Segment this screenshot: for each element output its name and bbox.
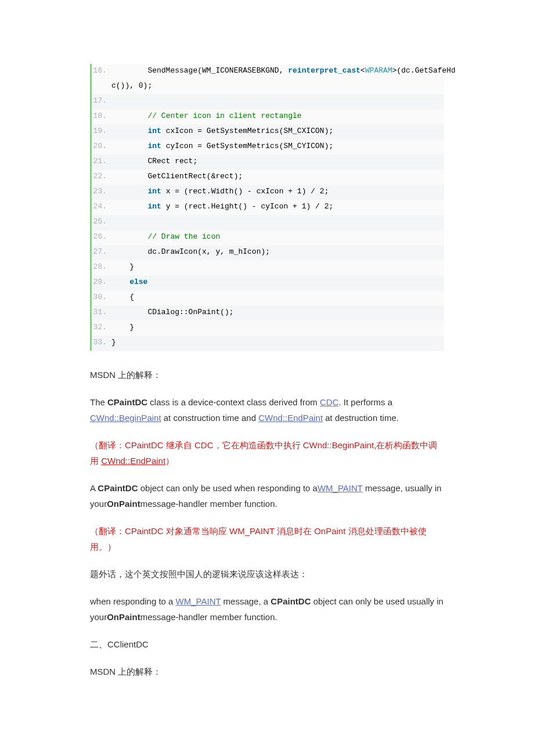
line-number: 22.: [92, 171, 111, 182]
link-wmpaint[interactable]: WM_PAINT: [317, 483, 363, 493]
text: message-handler member function.: [140, 612, 277, 622]
code-line: 31. CDialog::OnPaint();: [90, 305, 444, 321]
line-number: 19.: [92, 126, 111, 136]
code-content: int y = (rect.Height() - cyIcon + 1) / 2…: [111, 201, 444, 212]
line-number: 24.: [92, 201, 111, 212]
translation-1: （翻译：CPaintDC 继承自 CDC，它在构造函数中执行 CWnd::Beg…: [90, 437, 444, 469]
link-beginpaint[interactable]: CWnd::BeginPaint: [90, 413, 161, 423]
aside-note: 题外话，这个英文按照中国人的逻辑来说应该这样表达：: [90, 566, 444, 582]
text: The: [90, 397, 107, 407]
code-content: int cxIcon = GetSystemMetrics(SM_CXICON)…: [111, 126, 444, 136]
document-page: 16. SendMessage(WM_ICONERASEBKGND, reint…: [0, 0, 534, 737]
rephrased-english: when responding to a WM_PAINT message, a…: [90, 593, 444, 625]
link-endpaint[interactable]: CWnd::EndPaint: [258, 413, 323, 423]
text-bold: CPaintDC: [98, 483, 138, 493]
code-content: }: [111, 322, 444, 333]
msdn-label-2: MSDN 上的解释：: [90, 664, 444, 679]
line-number: 31.: [92, 307, 111, 318]
code-line: 16. SendMessage(WM_ICONERASEBKGND, reint…: [90, 64, 444, 79]
text-bold: OnPaint: [107, 612, 140, 622]
section-heading-cclientdc: 二、CClientDC: [90, 636, 444, 652]
code-line: 18. // Center icon in client rectangle: [90, 109, 444, 124]
code-content: GetClientRect(&rect);: [111, 171, 444, 182]
line-number: 25.: [92, 217, 111, 227]
text-bold: CPaintDC: [107, 397, 147, 407]
line-number: 20.: [92, 141, 111, 152]
text: at destruction time.: [323, 413, 399, 423]
code-content: [111, 217, 444, 227]
code-content: // Center icon in client rectangle: [111, 111, 444, 121]
code-line: 25.: [90, 215, 444, 230]
code-line: 23. int x = (rect.Width() - cxIcon + 1) …: [90, 185, 444, 200]
line-number: 18.: [92, 111, 111, 121]
text: class is a device-context class derived …: [147, 397, 320, 407]
link-cdc[interactable]: CDC: [320, 397, 339, 407]
text: A: [90, 483, 98, 493]
link-wmpaint-2[interactable]: WM_PAINT: [176, 596, 221, 606]
code-line: 19. int cxIcon = GetSystemMetrics(SM_CXI…: [90, 124, 444, 139]
code-line: 17.: [90, 94, 444, 109]
text: message, a: [221, 596, 270, 606]
text-bold: CPaintDC: [270, 596, 311, 606]
code-content: c()), 0);: [111, 81, 444, 91]
translation-2: （翻译：CPaintDC 对象通常当响应 WM_PAINT 消息时在 OnPai…: [90, 523, 444, 555]
line-number: 21.: [92, 156, 111, 167]
text: at construction time and: [161, 413, 259, 423]
line-number: 27.: [92, 247, 111, 257]
code-line: c()), 0);: [90, 79, 444, 94]
line-number: 23.: [92, 186, 111, 197]
line-number: 26.: [92, 232, 111, 242]
code-line: 27. dc.DrawIcon(x, y, m_hIcon);: [90, 245, 444, 260]
code-line: 21. CRect rect;: [90, 154, 444, 170]
text: . It performs a: [338, 397, 392, 407]
line-number: 16.: [92, 66, 111, 76]
code-line: 24. int y = (rect.Height() - cyIcon + 1)…: [90, 200, 444, 215]
code-line: 26. // Draw the icon: [90, 230, 444, 245]
text-bold: OnPaint: [107, 499, 140, 509]
line-number: 30.: [92, 292, 111, 303]
link-endpaint-cn[interactable]: CWnd::EndPaint: [101, 456, 165, 466]
code-block: 16. SendMessage(WM_ICONERASEBKGND, reint…: [90, 64, 444, 351]
code-line: 22. GetClientRect(&rect);: [90, 170, 444, 185]
code-content: int x = (rect.Width() - cxIcon + 1) / 2;: [111, 186, 444, 197]
msdn-explain-usage: A CPaintDC object can only be used when …: [90, 480, 444, 512]
code-line: 28. }: [90, 260, 444, 275]
code-content: SendMessage(WM_ICONERASEBKGND, reinterpr…: [111, 66, 456, 76]
text: message-handler member function.: [140, 499, 277, 509]
code-line: 20. int cyIcon = GetSystemMetrics(SM_CYI…: [90, 139, 444, 154]
msdn-label-1: MSDN 上的解释：: [90, 367, 444, 383]
line-number: 32.: [92, 322, 111, 333]
code-line: 29. else: [90, 275, 444, 290]
code-line: 30. {: [90, 290, 444, 305]
text: object can only be used when responding …: [138, 483, 317, 493]
line-number: 29.: [92, 277, 111, 287]
text: ）: [165, 456, 174, 466]
code-line: 33.}: [90, 336, 444, 351]
code-content: }: [111, 337, 444, 348]
text: when responding to a: [90, 596, 176, 606]
code-content: dc.DrawIcon(x, y, m_hIcon);: [111, 247, 444, 257]
line-number: 17.: [92, 96, 111, 106]
code-content: [111, 96, 444, 106]
code-content: }: [111, 262, 444, 272]
code-content: CRect rect;: [111, 156, 444, 167]
code-content: // Draw the icon: [111, 232, 444, 242]
code-line: 32. }: [90, 321, 444, 336]
line-number: 28.: [92, 262, 111, 272]
code-content: CDialog::OnPaint();: [111, 307, 444, 318]
code-content: int cyIcon = GetSystemMetrics(SM_CYICON)…: [111, 141, 444, 152]
code-content: else: [111, 277, 444, 287]
line-number: 33.: [92, 337, 111, 348]
msdn-explain-cpaintdc: The CPaintDC class is a device-context c…: [90, 394, 444, 426]
code-content: {: [111, 292, 444, 303]
